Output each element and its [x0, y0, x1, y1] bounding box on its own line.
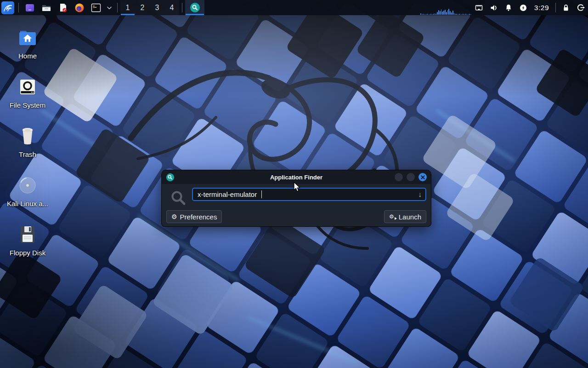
terminal-icon: $ [90, 2, 102, 13]
desktop-icon-home[interactable]: Home [6, 26, 50, 60]
close-button[interactable] [418, 173, 427, 181]
panel-separator [555, 3, 556, 12]
text-editor-icon [57, 2, 68, 13]
application-finder-icon [190, 2, 200, 13]
taskbar-firefox-button[interactable] [71, 0, 88, 15]
search-input[interactable]: x-terminal-emulator ↓ [192, 188, 426, 201]
close-icon [421, 175, 425, 179]
panel-spacer [204, 0, 420, 15]
hard-disk-icon [6, 75, 50, 99]
desktop-icon-label: Kali Linux a... [6, 200, 50, 207]
taskbar-file-manager-button[interactable] [38, 0, 55, 15]
launch-button[interactable]: ⚙ Launch [384, 210, 426, 223]
preferences-label: Preferences [180, 213, 217, 221]
workspace-4[interactable]: 4 [164, 0, 179, 15]
taskbar-terminal-button[interactable]: $ [88, 0, 104, 15]
svg-text:$: $ [93, 4, 95, 8]
kali-logo-icon [1, 1, 14, 14]
top-panel: $ 1 2 3 4 [0, 0, 588, 15]
panel-separator [182, 3, 182, 12]
workspace-3[interactable]: 3 [150, 0, 164, 15]
terminal-launcher-arrow-button[interactable] [104, 0, 114, 15]
taskbar-text-editor-button[interactable] [55, 0, 71, 15]
workspace-2[interactable]: 2 [135, 0, 150, 15]
minimize-button[interactable] [395, 173, 403, 181]
lock-icon [561, 3, 571, 12]
desktop-icon-floppy-disk[interactable]: Floppy Disk [6, 223, 50, 257]
bell-icon [504, 3, 513, 12]
launch-icon: ⚙ [389, 214, 396, 219]
maximize-button[interactable] [407, 173, 415, 181]
volume-icon [489, 3, 499, 13]
lock-screen-button[interactable] [559, 0, 573, 15]
taskbar-desktop-button[interactable] [22, 0, 38, 15]
trash-empty-icon [6, 124, 50, 148]
panel-separator [18, 3, 19, 12]
clock[interactable]: 3:29 [531, 0, 553, 15]
desktop-icon-kali-linux[interactable]: Kali Linux a... [6, 173, 50, 207]
desktop-icon-label: Floppy Disk [6, 249, 50, 257]
applications-menu-button[interactable] [0, 0, 16, 15]
desktop-icon-label: Home [6, 52, 50, 60]
network-tray-button[interactable] [472, 0, 486, 15]
launch-label: Launch [399, 213, 421, 221]
chevron-down-icon [106, 5, 113, 11]
application-finder-icon [166, 173, 175, 182]
desktop-icon-label: Trash [6, 150, 50, 158]
desktop-icon [24, 2, 35, 13]
volume-tray-button[interactable] [486, 0, 501, 15]
text-caret [261, 190, 262, 198]
dialog-button-row: ⚙ Preferences ⚙ Launch [166, 210, 426, 223]
application-finder-window: Application Finder x-terminal-emulator ↓… [162, 170, 431, 226]
file-manager-icon [41, 2, 52, 13]
mouse-cursor [293, 182, 302, 193]
ethernet-network-icon [474, 3, 484, 12]
desktop-icon-file-system[interactable]: File System [6, 75, 50, 109]
workspace-switcher: 1 2 3 4 [120, 0, 179, 15]
optical-disc-icon [6, 173, 50, 197]
workspace-1[interactable]: 1 [120, 0, 135, 15]
panel-separator [117, 3, 118, 12]
power-manager-tray-button[interactable] [516, 0, 531, 15]
home-folder-icon [6, 26, 50, 50]
cpu-graph[interactable] [420, 0, 472, 15]
search-icon [170, 190, 187, 206]
gear-icon: ⚙ [171, 213, 177, 220]
dropdown-arrow-icon[interactable]: ↓ [418, 191, 422, 198]
firefox-icon [74, 2, 85, 13]
window-title: Application Finder [162, 174, 431, 181]
preferences-button[interactable]: ⚙ Preferences [166, 210, 222, 223]
notifications-tray-button[interactable] [501, 0, 516, 15]
power-bolt-icon [519, 3, 528, 12]
floppy-disk-icon [6, 223, 50, 247]
log-out-icon [576, 3, 586, 12]
desktop-icon-label: File System [6, 101, 50, 109]
search-text: x-terminal-emulator [198, 190, 257, 198]
desktop-icon-trash[interactable]: Trash [6, 124, 50, 158]
log-out-button[interactable] [573, 0, 588, 15]
taskbar-application-finder-button[interactable] [185, 0, 204, 15]
